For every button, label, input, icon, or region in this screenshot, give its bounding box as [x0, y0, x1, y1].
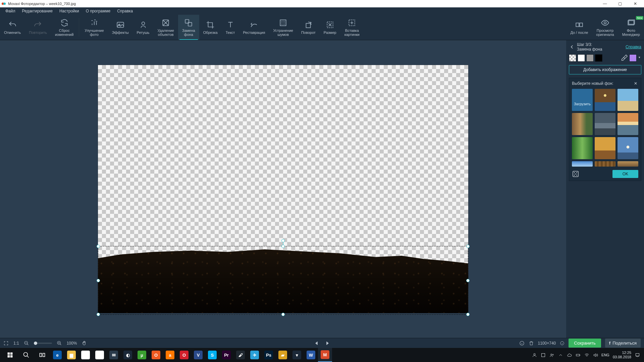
- swatch-gray[interactable]: [586, 54, 594, 62]
- ok-button[interactable]: OK: [612, 170, 638, 178]
- help-link[interactable]: Справка: [626, 45, 641, 49]
- before-after-button[interactable]: До / после: [566, 15, 592, 40]
- taskview-button[interactable]: [34, 348, 50, 362]
- enhance-button[interactable]: Улучшение фото: [80, 15, 108, 40]
- remove-objects-button[interactable]: Удаление объектов: [153, 15, 178, 40]
- menu-settings[interactable]: Настройки: [56, 7, 83, 15]
- color-picker-button[interactable]: [629, 54, 637, 62]
- add-image-button[interactable]: Добавить изображение: [569, 65, 641, 74]
- taskbar-app-misc1[interactable]: ▰: [276, 348, 290, 362]
- taskbar-app-steam2[interactable]: ▾: [290, 348, 304, 362]
- maximize-button[interactable]: ▢: [612, 0, 628, 7]
- taskbar-app-vegas[interactable]: V: [191, 348, 205, 362]
- taskbar-app-telegram[interactable]: ✈: [248, 348, 262, 362]
- taskbar-app-edge[interactable]: e: [50, 348, 64, 362]
- taskbar-app-paint[interactable]: 🖌: [233, 348, 248, 362]
- tray-language[interactable]: ENG: [601, 353, 609, 357]
- save-button[interactable]: Сохранить: [569, 339, 601, 348]
- popup-close-icon[interactable]: ✕: [633, 81, 638, 86]
- fullscreen-button[interactable]: [3, 341, 9, 346]
- taskbar-app-store[interactable]: 🛍: [93, 348, 107, 362]
- photo-manager-button[interactable]: New Фото Менеджер: [618, 15, 644, 40]
- view-original-button[interactable]: Просмотр оригинала: [592, 15, 618, 40]
- denoise-button[interactable]: Устранение шумов: [269, 15, 297, 40]
- tray-chevron-up-icon[interactable]: [558, 352, 563, 358]
- swatch-transparent[interactable]: [569, 54, 576, 62]
- delete-button[interactable]: [529, 341, 534, 346]
- taskbar-app-skype[interactable]: S: [205, 348, 219, 362]
- taskbar-app-steam[interactable]: ◐: [121, 348, 135, 362]
- tray-people-icon[interactable]: [549, 352, 554, 358]
- hand-tool-button[interactable]: [82, 341, 87, 346]
- handle-bottom-center[interactable]: [281, 313, 285, 316]
- taskbar-app-chrome[interactable]: ◉: [78, 348, 93, 362]
- back-icon[interactable]: [569, 44, 575, 50]
- bg-tile-wood[interactable]: [595, 161, 615, 167]
- menu-about[interactable]: О программе: [83, 7, 114, 15]
- taskbar-app-premiere[interactable]: Pr: [219, 348, 233, 362]
- resize-button[interactable]: Размер: [320, 15, 340, 40]
- search-button[interactable]: [18, 348, 34, 362]
- next-image-button[interactable]: [325, 341, 330, 346]
- insert-image-button[interactable]: Вставка картинки: [340, 15, 364, 40]
- crop-button[interactable]: Обрезка: [199, 15, 222, 40]
- tray-user-icon[interactable]: [532, 352, 537, 358]
- retouch-button[interactable]: Ретушь: [133, 15, 154, 40]
- start-button[interactable]: [2, 348, 18, 362]
- info-button[interactable]: [519, 341, 525, 346]
- rotate-button[interactable]: Поворот: [297, 15, 320, 40]
- random-button[interactable]: [572, 170, 579, 178]
- taskbar-app-opera[interactable]: O: [177, 348, 191, 362]
- canvas[interactable]: [98, 65, 468, 313]
- menu-file[interactable]: Файл: [2, 7, 19, 15]
- eyedropper-button[interactable]: [621, 54, 628, 62]
- handle-bottom-left[interactable]: [97, 313, 100, 316]
- restore-button[interactable]: Реставрация: [239, 15, 269, 40]
- bg-tile-sky[interactable]: [572, 161, 593, 167]
- prev-image-button[interactable]: [314, 341, 319, 346]
- upload-tile[interactable]: Загрузить: [572, 89, 593, 111]
- bg-tile-door[interactable]: [618, 161, 638, 167]
- rotate-handle[interactable]: [281, 239, 285, 242]
- taskbar-app-movavi[interactable]: M: [318, 348, 332, 362]
- bg-tile-autumn[interactable]: [595, 137, 615, 159]
- minimize-button[interactable]: —: [597, 0, 612, 7]
- swatch-white[interactable]: [578, 54, 585, 62]
- bg-tile-sunset-beach[interactable]: [618, 113, 638, 135]
- bg-tile-paris[interactable]: [595, 89, 615, 111]
- background-swap-button[interactable]: Замена фона: [178, 15, 199, 40]
- taskbar-app-explorer[interactable]: ▆: [64, 348, 78, 362]
- tray-app-icon[interactable]: [540, 352, 546, 358]
- taskbar-app-word[interactable]: W: [304, 348, 318, 362]
- menu-help[interactable]: Справка: [114, 7, 136, 15]
- taskbar-app-utorrent[interactable]: μ: [135, 348, 149, 362]
- handle-top-left[interactable]: [97, 245, 100, 248]
- tray-volume-icon[interactable]: [593, 352, 598, 358]
- close-button[interactable]: ✕: [628, 0, 643, 7]
- bg-tile-city[interactable]: [595, 113, 615, 135]
- taskbar-app-ps[interactable]: Ps: [262, 348, 276, 362]
- bg-tile-beach[interactable]: [618, 89, 638, 111]
- effects-button[interactable]: Эффекты: [108, 15, 133, 40]
- tray-notifications-icon[interactable]: [635, 352, 640, 358]
- bg-tile-alley[interactable]: [572, 113, 593, 135]
- bg-tile-arch[interactable]: [618, 137, 638, 159]
- handle-top-right[interactable]: [466, 245, 470, 248]
- taskbar-app-avast[interactable]: a: [163, 348, 177, 362]
- swatch-black[interactable]: [595, 54, 602, 62]
- taskbar-app-mail[interactable]: ✉: [107, 348, 121, 362]
- taskbar-app-origin[interactable]: O: [149, 348, 163, 362]
- tray-clock[interactable]: 12:25 03.08.2018: [613, 351, 631, 359]
- redo-button[interactable]: Повторить: [25, 15, 51, 40]
- tray-cloud-icon[interactable]: [567, 352, 572, 358]
- handle-top-center[interactable]: [281, 245, 285, 248]
- reset-button[interactable]: Сброс изменений: [51, 15, 77, 40]
- handle-bottom-right[interactable]: [466, 313, 470, 316]
- share-button[interactable]: f Поделиться: [605, 339, 641, 348]
- undo-button[interactable]: Отменить: [0, 15, 25, 40]
- zoom-slider[interactable]: [34, 343, 52, 344]
- text-button[interactable]: Текст: [222, 15, 239, 40]
- bg-tile-forest[interactable]: [572, 137, 593, 159]
- zoom-in-button[interactable]: [57, 341, 62, 346]
- zoom-out-button[interactable]: [24, 341, 29, 346]
